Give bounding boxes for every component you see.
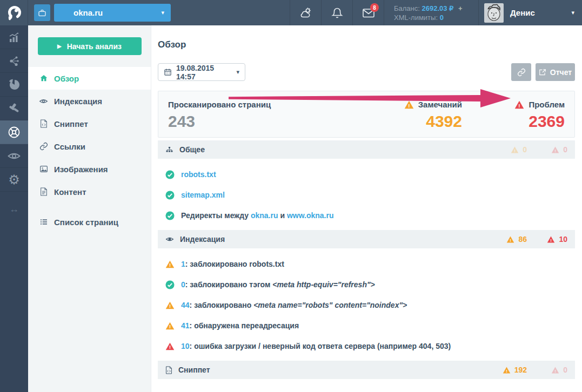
svg-text:!: ! (169, 344, 171, 350)
svg-text:!: ! (169, 324, 171, 329)
balance-value[interactable]: 2692.03 ₽ (422, 4, 454, 12)
section-title: Общее (179, 145, 487, 154)
issue-row: ! 1: заблокировано robots.txt (158, 254, 575, 274)
problem-triangle-icon: ! (547, 236, 555, 243)
snippet-page-icon (39, 119, 48, 128)
robots-txt-link[interactable]: robots.txt (181, 170, 216, 179)
problems-label: Проблем (529, 100, 565, 109)
balance-label: Баланс: (394, 4, 420, 12)
issue-count[interactable]: 0 (181, 280, 185, 289)
weather-menu[interactable] (290, 0, 321, 25)
links-network-icon (8, 55, 21, 67)
issue-row: ! 44: заблокировано<meta name="robots" c… (158, 295, 575, 315)
www-okna-ru-link[interactable]: www.okna.ru (287, 211, 334, 220)
eye-icon (7, 149, 21, 163)
warning-triangle-icon: ! (404, 100, 414, 109)
start-analysis-button[interactable]: ▶ Начать анализ (38, 37, 142, 55)
rail-item-visibility[interactable] (0, 144, 28, 168)
menu-item-overview[interactable]: Обзор (28, 67, 151, 90)
section-title: Сниппет (178, 366, 487, 374)
eye-icon (39, 97, 48, 106)
scan-date-picker[interactable]: 19.08.2015 14:57 ▾ (158, 63, 245, 81)
collapse-arrows-icon: ↔ (9, 204, 19, 215)
notifications-menu[interactable] (321, 0, 352, 25)
positions-chart-icon (8, 31, 21, 44)
mail-menu[interactable]: 8 (352, 0, 384, 25)
chevron-down-icon: ▾ (161, 10, 164, 16)
avatar (484, 3, 504, 23)
share-link-button[interactable] (511, 63, 531, 81)
warning-triangle-icon: ! (165, 301, 175, 309)
projects-button[interactable] (34, 4, 50, 21)
mail-unread-badge: 8 (370, 3, 379, 12)
issue-count[interactable]: 44 (181, 301, 190, 309)
svg-text:!: ! (506, 368, 507, 373)
export-icon (539, 69, 546, 76)
section-header-snippet[interactable]: Сниппет ! 192 ! 0 (158, 361, 575, 379)
svg-text:!: ! (169, 303, 171, 309)
section-header-indexing[interactable]: Индексация ! 86 ! 10 (158, 230, 575, 248)
menu-item-label: Обзор (54, 74, 79, 83)
check-row-redirects: Редиректы между okna.ru и www.okna.ru (158, 205, 575, 226)
play-icon: ▶ (57, 43, 62, 49)
rail-collapse[interactable]: ↔ (0, 197, 28, 221)
rail-item-links-network[interactable] (0, 49, 28, 73)
section-rows-common: robots.txt sitemap.xml Редиректы между o… (158, 159, 575, 228)
app-logo[interactable] (0, 0, 28, 25)
svg-text:!: ! (169, 262, 171, 268)
user-name: Денис (510, 8, 565, 17)
xml-limits-value[interactable]: 0 (440, 13, 444, 22)
image-icon (39, 165, 48, 173)
rail-item-site-audit[interactable] (0, 120, 28, 144)
section-problems-badge: ! 10 (541, 235, 567, 244)
menu-item-indexing[interactable]: Индексация (28, 90, 151, 112)
issue-count[interactable]: 1 (181, 260, 185, 268)
report-button[interactable]: Отчет (536, 63, 575, 81)
sitemap-xml-link[interactable]: sitemap.xml (181, 191, 225, 199)
problems-value: 2369 (529, 113, 565, 130)
okna-ru-link[interactable]: okna.ru (251, 211, 278, 220)
check-row-sitemap: sitemap.xml (158, 185, 575, 205)
svg-text:!: ! (514, 148, 516, 153)
menu-item-snippet[interactable]: Сниппет (28, 112, 151, 135)
site-audit-target-icon (7, 125, 21, 139)
topbar: okna.ru ▾ 8 Баланс: 2692.03 ₽ + XML-лими… (0, 0, 582, 25)
success-icon (165, 191, 175, 200)
user-menu[interactable]: Денис ▾ (478, 0, 582, 25)
warning-triangle-icon: ! (165, 322, 175, 330)
rail-item-auction[interactable] (0, 97, 28, 120)
scanned-pages-label: Просканировано страниц (168, 100, 271, 109)
section-rows-indexing: ! 1: заблокировано robots.txt 0: заблоки… (158, 248, 575, 359)
home-icon (39, 74, 48, 83)
menu-item-links[interactable]: Ссылки (28, 135, 151, 158)
menu-item-content[interactable]: Контент (28, 180, 151, 203)
issue-count[interactable]: 41 (181, 321, 190, 330)
success-icon (165, 211, 175, 220)
topup-plus-button[interactable]: + (458, 4, 463, 12)
site-selector-dropdown[interactable]: okna.ru ▾ (54, 4, 171, 22)
section-warnings-badge: ! 0 (493, 145, 527, 154)
menu-item-label: Изображения (54, 165, 108, 174)
rail-item-settings[interactable]: ⚙ (0, 168, 28, 192)
section-header-common[interactable]: Общее ! 0 ! 0 (158, 140, 575, 159)
svg-text:!: ! (408, 102, 410, 108)
menu-item-images[interactable]: Изображения (28, 158, 151, 180)
issue-text: : заблокировано (190, 301, 252, 309)
svg-text:!: ! (519, 102, 520, 108)
scanned-pages-value: 243 (168, 113, 376, 130)
issue-code: <meta http-equiv="refresh"> (272, 280, 375, 289)
link-icon (39, 142, 48, 151)
balance-block: Баланс: 2692.03 ₽ + XML-лимиты: 0 (384, 0, 478, 25)
snippet-page-icon (165, 366, 172, 374)
rail-item-positions[interactable] (0, 25, 28, 49)
calendar-icon (164, 68, 172, 76)
success-icon (165, 170, 175, 179)
document-icon (39, 187, 48, 196)
eye-icon (165, 235, 174, 244)
issue-code: <meta name="robots" content="noindex"> (253, 301, 407, 309)
menu-item-page-list[interactable]: Список страниц (28, 211, 151, 233)
issue-count[interactable]: 10 (181, 342, 190, 350)
rail-item-reports[interactable] (0, 73, 28, 97)
bell-icon (331, 6, 344, 19)
issue-row: 0: заблокировано тэгом<meta http-equiv="… (158, 274, 575, 295)
